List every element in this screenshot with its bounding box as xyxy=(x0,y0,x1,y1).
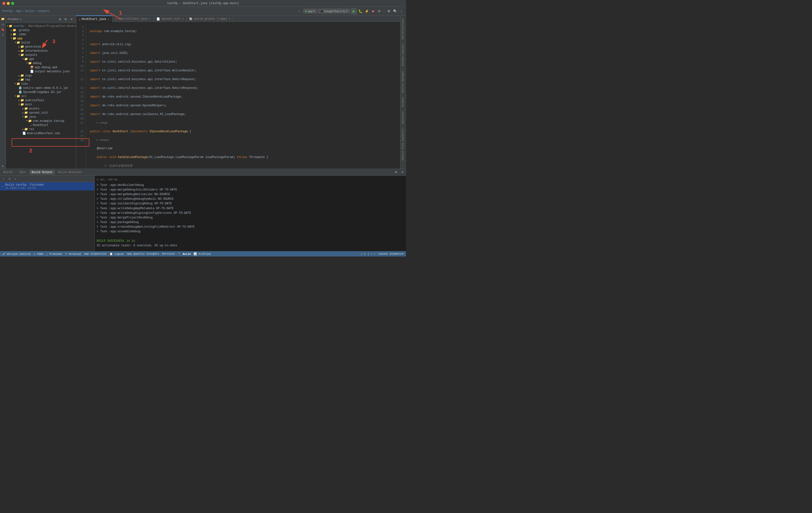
tab-build-gradle[interactable]: 🐘 build.gradle (:app) ✕ xyxy=(187,16,234,22)
build-tab[interactable]: Build: xyxy=(1,170,16,175)
stop-button[interactable]: ■ xyxy=(370,8,376,14)
tree-item[interactable]: ▶ 📁 xposed_init xyxy=(6,111,76,115)
minimize-button[interactable] xyxy=(7,2,10,5)
collapse-all-button[interactable]: ⊟ xyxy=(57,17,62,22)
terminal-label[interactable]: ⌨ Terminal xyxy=(65,252,81,255)
sync-tab[interactable]: Sync xyxy=(17,170,29,175)
tree-item[interactable]: ▼ 📁 java xyxy=(6,115,76,119)
code-editor[interactable]: 12345 678910 11 12 1314151617 18192021 2… xyxy=(76,23,400,169)
tree-item[interactable]: ▶ 📁 generated xyxy=(6,44,76,49)
breadcrumb-item[interactable]: app xyxy=(16,9,21,13)
logcat-label[interactable]: 📋 Logcat xyxy=(110,252,124,255)
tree-item[interactable]: 📄 output-metadata.json xyxy=(6,69,76,73)
tree-item[interactable]: ▼ 📁 main xyxy=(6,102,76,107)
notifications-tab[interactable]: Notifications xyxy=(400,17,406,41)
tab-close-button[interactable]: ✕ xyxy=(107,18,110,21)
tree-item[interactable]: ▶ 📁 tmp xyxy=(6,78,76,82)
output-line: > Task :app:writeDebugSigningConfigVersi… xyxy=(97,211,404,215)
warning-indicator[interactable]: ⚠ 1 | ℹ 5 xyxy=(360,252,375,255)
tree-item[interactable]: ▶ 📁 logs xyxy=(6,73,76,78)
tree-item[interactable]: ▼ 📁 testXp – /WorkSpace/ProgramTest/Andr… xyxy=(6,24,76,28)
device-file-explorer-tab[interactable]: Device File Explorer xyxy=(400,126,406,162)
breadcrumb-item[interactable]: outputs xyxy=(37,9,50,13)
filter-button[interactable]: ≡ xyxy=(7,176,12,182)
breadcrumb-item[interactable]: testXp xyxy=(2,9,12,13)
build-item[interactable]: ✓ Build testXp: finished At 2023/7/19, 1… xyxy=(0,182,94,190)
problems-label[interactable]: ⚠ Problems xyxy=(46,252,62,255)
back-button[interactable]: ← xyxy=(297,8,302,14)
tree-item[interactable]: ▼ 📁 libs xyxy=(6,82,76,86)
close-panel-button[interactable]: ✕ xyxy=(69,17,74,22)
tree-item[interactable]: ▼ 📁 debug xyxy=(6,61,76,65)
maximize-button[interactable] xyxy=(11,2,14,5)
tab-close-button[interactable]: ✕ xyxy=(229,17,231,21)
project-sidebar-icon[interactable]: 📁 xyxy=(0,17,5,21)
chevron-down-icon: ▾ xyxy=(20,18,22,21)
tree-item[interactable]: 📄 AndroidManifest.xml xyxy=(6,131,76,135)
tab-bar: ☕ HookStart.java ✕ ☕ SekiroClient.java ✕… xyxy=(76,16,400,23)
tab-sekiroclient[interactable]: ☕ SekiroClient.java ✕ xyxy=(112,16,154,22)
close-output-button[interactable]: ✕ xyxy=(400,170,405,175)
settings-output-button[interactable]: ⚙ xyxy=(394,170,399,175)
window-controls[interactable] xyxy=(2,2,14,5)
app-selector[interactable]: ▶ app ▾ xyxy=(303,9,317,13)
github-copilot-tab[interactable]: GitHub Copilot xyxy=(400,42,406,68)
debug-button[interactable]: 🐛 xyxy=(358,8,363,14)
editor-area: ☕ HookStart.java ✕ ☕ SekiroClient.java ✕… xyxy=(76,16,400,169)
tree-item[interactable]: 🫙 sekiro-open-demo-0.0.1.jar xyxy=(6,86,76,90)
layout-inspector-label[interactable]: Layout Inspector xyxy=(378,252,404,255)
settings-panel-button[interactable]: ⚙ xyxy=(63,17,68,22)
top-toolbar: testXp › app › build › outputs ← ▶ app ▾… xyxy=(0,7,406,16)
app-inspection-label[interactable]: App Inspection xyxy=(84,252,106,255)
emulator-tab[interactable]: Emulator xyxy=(400,109,406,126)
right-sidebar: Notifications GitHub Copilot Device Mana… xyxy=(400,16,406,169)
tree-item[interactable]: ▶ 📁 androidTest xyxy=(6,98,76,102)
profiler-label[interactable]: 📊 Profiler xyxy=(194,252,211,255)
tree-item[interactable]: ▶ 📁 assets xyxy=(6,107,76,111)
gradle-tab[interactable]: Gradle xyxy=(400,95,406,109)
tab-xposed-init[interactable]: 📄 xposed_init ✕ xyxy=(154,16,187,22)
tab-close-button[interactable]: ✕ xyxy=(182,17,184,21)
sort-button[interactable]: ↕ xyxy=(12,176,18,182)
more-button[interactable]: ⋮ xyxy=(399,8,404,14)
tree-item[interactable]: 🫙 XposedBridgeApi-82.jar xyxy=(6,90,76,94)
sync-button[interactable]: ⟳ xyxy=(377,8,382,14)
back-build-button[interactable]: ← xyxy=(1,176,6,182)
build-variants-icon[interactable]: ⊞ xyxy=(0,164,5,169)
build-analyzer-tab[interactable]: Build Analyzer xyxy=(55,170,85,175)
tab-close-button[interactable]: ✕ xyxy=(149,17,151,21)
device-selector[interactable]: 📱 Google Pixel 2 XL ▾ xyxy=(318,9,350,13)
services-label[interactable]: Services xyxy=(162,252,175,255)
profile-button[interactable]: ⚡ xyxy=(364,8,369,14)
app-quality-label[interactable]: App Quality Insights xyxy=(127,252,159,255)
tree-item[interactable]: ▶ 📁 .idea xyxy=(6,32,76,36)
app-label: app xyxy=(308,10,313,12)
resource-manager-icon[interactable]: 🗂 xyxy=(0,22,5,27)
close-button[interactable] xyxy=(2,2,5,5)
bookmarks-icon[interactable]: 🔖 xyxy=(0,27,5,32)
settings-button[interactable]: ⚙ xyxy=(386,8,392,14)
tab-icon: 🐘 xyxy=(189,17,193,21)
structure-icon[interactable]: ≡ xyxy=(0,32,5,37)
tree-item[interactable]: ▼ 📁 build xyxy=(6,40,76,44)
tree-item-apk[interactable]: 📦 app-debug.apk xyxy=(6,65,76,69)
tree-item[interactable]: ▼ 📁 com.example.testxp xyxy=(6,119,76,123)
tree-item[interactable]: ▼ 📁 src xyxy=(6,94,76,98)
build-output[interactable]: 1 sec, 156 ms > Task :app:dexBuilderDebu… xyxy=(95,176,406,251)
breadcrumb-item[interactable]: build xyxy=(25,9,34,13)
search-button[interactable]: 🔍 xyxy=(393,8,398,14)
tree-item[interactable]: ▼ 📁 apk xyxy=(6,57,76,61)
device-manager-tab[interactable]: Device Manager xyxy=(400,68,406,95)
run-button[interactable]: ▶ xyxy=(351,8,357,14)
build-output-tab[interactable]: Build Output xyxy=(29,170,55,175)
tree-item-hookstart[interactable]: ☕ HookStart xyxy=(6,123,76,127)
version-control-label[interactable]: ⎇ Version Control xyxy=(2,252,31,255)
todo-label[interactable]: ☑ TODO xyxy=(34,252,44,255)
tree-item-outputs[interactable]: ▼ 📁 outputs xyxy=(6,53,76,57)
tree-item-app[interactable]: ▼ 📁 app xyxy=(6,36,76,40)
build-status-label[interactable]: 🔨 Build xyxy=(178,252,191,255)
tab-hookstart[interactable]: ☕ HookStart.java ✕ xyxy=(76,16,112,22)
tree-item[interactable]: ▶ 📁 res xyxy=(6,127,76,131)
tree-item[interactable]: ▶ 📁 intermediates xyxy=(6,49,76,53)
tree-item[interactable]: ▶ 📁 .gradle xyxy=(6,28,76,32)
